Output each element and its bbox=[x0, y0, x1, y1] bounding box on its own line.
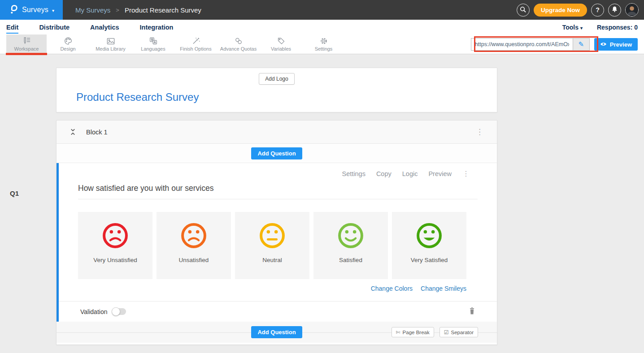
block-card: Block 1 ⋮ Add Question SettingsCopyLogic… bbox=[56, 120, 497, 345]
toolbar-items: WorkspaceDesignMedia LibraryLanguagesFin… bbox=[0, 34, 345, 54]
chevron-down-icon: ▾ bbox=[580, 26, 583, 30]
add-question-strip-top: Add Question bbox=[57, 144, 497, 163]
question-code: Q1 bbox=[10, 189, 19, 197]
tab-integration[interactable]: Integration bbox=[140, 21, 174, 34]
settings-icon bbox=[319, 37, 328, 45]
responses-count: Responses: 0 bbox=[597, 24, 638, 31]
add-question-button-top[interactable]: Add Question bbox=[251, 147, 302, 159]
question-footer: Validation bbox=[59, 301, 497, 322]
header-actions: Upgrade Now ? bbox=[517, 0, 639, 20]
survey-url-input[interactable] bbox=[471, 38, 573, 51]
question-actions: SettingsCopyLogicPreview⋮ bbox=[78, 169, 478, 178]
smiley-option-unsatisfied[interactable]: Unsatisfied bbox=[157, 212, 231, 279]
smiley-option-satisfied[interactable]: Satisfied bbox=[313, 212, 388, 279]
chevron-down-icon: ▾ bbox=[52, 8, 54, 13]
section-nav-row: EditDistributeAnalyticsIntegration Tools… bbox=[0, 20, 644, 34]
smiley-very-unsatisfied-icon bbox=[101, 222, 129, 251]
upgrade-now-button[interactable]: Upgrade Now bbox=[534, 4, 587, 17]
smiley-satisfied-icon bbox=[337, 222, 365, 251]
block-header: Block 1 ⋮ bbox=[57, 121, 497, 144]
workspace-icon bbox=[22, 37, 31, 45]
workspace-canvas: Q1 Add Logo Product Research Survey Bloc… bbox=[0, 54, 644, 353]
trash-icon bbox=[469, 307, 475, 317]
smiley-option-very-satisfied[interactable]: Very Satisfied bbox=[392, 212, 466, 279]
toolbar-item-languages[interactable]: Languages bbox=[132, 34, 174, 54]
notifications-button[interactable] bbox=[608, 4, 621, 17]
pencil-icon: ✎ bbox=[579, 40, 584, 48]
smiley-very-satisfied-icon bbox=[415, 222, 443, 251]
media-library-icon bbox=[106, 37, 115, 45]
editor-toolbar: WorkspaceDesignMedia LibraryLanguagesFin… bbox=[0, 34, 644, 54]
question-action-settings[interactable]: Settings bbox=[342, 170, 365, 177]
validation-toggle[interactable] bbox=[113, 308, 126, 315]
survey-url-group: ✎ bbox=[471, 38, 590, 51]
add-question-strip-bottom: Add Question ✄Page Break ☑Separator bbox=[57, 322, 497, 343]
eye-icon bbox=[600, 41, 607, 48]
question-links: Change ColorsChange Smileys bbox=[78, 285, 466, 301]
toolbar-item-workspace[interactable]: Workspace bbox=[6, 34, 47, 54]
help-button[interactable]: ? bbox=[591, 4, 604, 17]
avatar[interactable] bbox=[625, 3, 639, 17]
languages-icon bbox=[149, 37, 158, 45]
survey-title-card: Add Logo Product Research Survey bbox=[56, 68, 497, 112]
tools-dropdown[interactable]: Tools ▾ bbox=[562, 24, 583, 31]
tab-analytics[interactable]: Analytics bbox=[90, 21, 119, 34]
block-title[interactable]: Block 1 bbox=[86, 129, 108, 136]
page-break-button[interactable]: ✄Page Break bbox=[392, 327, 434, 337]
search-icon bbox=[519, 6, 527, 14]
separator-button[interactable]: ☑Separator bbox=[439, 327, 478, 337]
smiley-option-neutral[interactable]: Neutral bbox=[235, 212, 309, 279]
tab-distribute[interactable]: Distribute bbox=[39, 21, 70, 34]
bell-icon bbox=[611, 6, 618, 14]
preview-button[interactable]: Preview bbox=[594, 38, 638, 51]
toolbar-item-advance-quotas[interactable]: Advance Quotas bbox=[217, 34, 260, 54]
toolbar-item-settings[interactable]: Settings bbox=[302, 34, 345, 54]
toolbar-item-media-library[interactable]: Media Library bbox=[89, 34, 132, 54]
toggle-knob bbox=[112, 307, 120, 316]
breadcrumb-my-surveys[interactable]: My Surveys bbox=[75, 6, 110, 14]
nav-tabs: EditDistributeAnalyticsIntegration bbox=[6, 20, 194, 34]
smiley-option-very-unsatisfied[interactable]: Very Unsatisfied bbox=[78, 212, 152, 279]
survey-title[interactable]: Product Research Survey bbox=[76, 91, 497, 103]
breadcrumb-current-survey: Product Research Survey bbox=[125, 6, 201, 14]
add-question-button-bottom[interactable]: Add Question bbox=[251, 326, 302, 338]
finish-options-icon bbox=[191, 37, 200, 45]
link-change-colors[interactable]: Change Colors bbox=[371, 285, 413, 292]
variables-icon bbox=[277, 37, 286, 45]
question-action-copy[interactable]: Copy bbox=[376, 170, 392, 177]
tab-edit[interactable]: Edit bbox=[6, 21, 18, 34]
smiley-unsatisfied-icon bbox=[180, 222, 208, 251]
app-logo-block[interactable]: Surveys ▾ bbox=[0, 0, 63, 20]
smiley-neutral-icon bbox=[258, 222, 286, 251]
toolbar-item-design[interactable]: Design bbox=[47, 34, 89, 54]
edit-url-button[interactable]: ✎ bbox=[573, 38, 590, 51]
toolbar-right-cluster: ✎ Preview bbox=[471, 38, 638, 51]
top-header-bar: Surveys ▾ My Surveys > Product Research … bbox=[0, 0, 644, 20]
question-menu-dots-icon[interactable]: ⋮ bbox=[462, 169, 470, 178]
advance-quotas-icon bbox=[234, 37, 243, 45]
breadcrumb: My Surveys > Product Research Survey bbox=[75, 6, 201, 14]
toolbar-item-variables[interactable]: Variables bbox=[260, 34, 302, 54]
search-button[interactable] bbox=[517, 4, 530, 17]
link-change-smileys[interactable]: Change Smileys bbox=[421, 285, 466, 292]
block-menu-dots-icon[interactable]: ⋮ bbox=[476, 129, 483, 135]
validation-label: Validation bbox=[80, 308, 107, 315]
nav-right-cluster: Tools ▾ Responses: 0 bbox=[562, 24, 638, 31]
product-name: Surveys bbox=[22, 6, 48, 14]
collapse-block-icon[interactable] bbox=[70, 129, 76, 135]
question-action-preview[interactable]: Preview bbox=[428, 170, 452, 177]
breadcrumb-separator-icon: > bbox=[116, 7, 119, 13]
questionpro-logo-icon bbox=[9, 4, 18, 17]
question-mark-icon: ? bbox=[596, 6, 600, 13]
question-card: SettingsCopyLogicPreview⋮ How satisfied … bbox=[57, 163, 497, 322]
checkbox-icon: ☑ bbox=[444, 329, 449, 336]
delete-question-button[interactable] bbox=[469, 307, 475, 317]
toolbar-item-finish-options[interactable]: Finish Options bbox=[174, 34, 217, 54]
add-logo-button[interactable]: Add Logo bbox=[259, 73, 294, 85]
design-icon bbox=[64, 37, 73, 45]
question-text[interactable]: How satisfied are you with our services bbox=[78, 184, 478, 199]
scissors-icon: ✄ bbox=[396, 329, 400, 336]
question-action-logic[interactable]: Logic bbox=[402, 170, 418, 177]
smiley-options-row: Very UnsatisfiedUnsatisfiedNeutralSatisf… bbox=[78, 212, 466, 279]
